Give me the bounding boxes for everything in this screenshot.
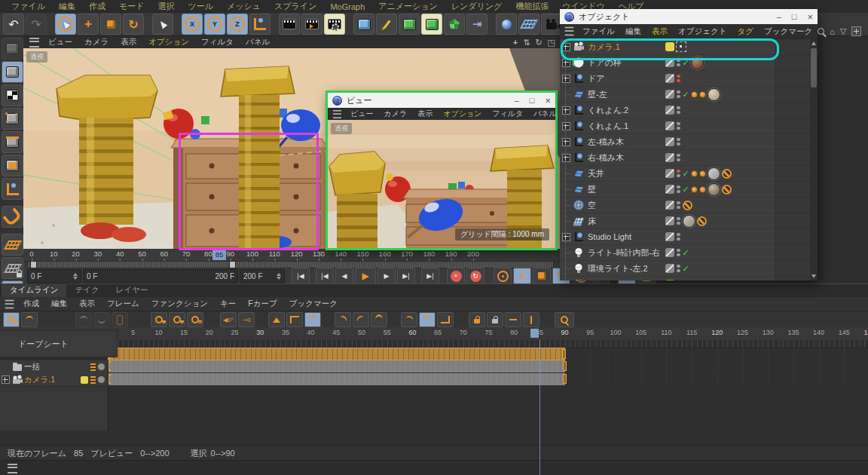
object-label[interactable]: 右-積み木 [588,152,624,164]
tree-expander[interactable] [560,173,572,174]
rotate-view-icon[interactable]: ↻ [535,38,542,48]
keyframe-mark[interactable] [563,361,567,371]
om-menu-item[interactable]: ブックマーク [759,26,818,37]
delete-key-button[interactable]: − [187,312,203,327]
object-row[interactable]: 壁✓ [560,182,810,198]
range-handle-right[interactable] [229,261,236,268]
tree-expander[interactable] [560,268,572,269]
start-frame-field[interactable]: 0 F [27,269,81,283]
visibility-dots[interactable] [677,121,680,130]
range-bar[interactable]: 0 F200 F [83,269,238,283]
playhead-marker[interactable] [530,329,539,338]
render-view-button[interactable] [279,14,300,35]
phong-tag-icon[interactable] [699,91,706,98]
maximize-icon[interactable]: □ [792,12,797,21]
pan-view-icon[interactable]: + [513,38,518,47]
float-menu-item[interactable]: オプション [438,109,487,119]
ripple-edit-button[interactable] [93,312,110,327]
enable-toggle[interactable] [665,169,674,178]
object-row[interactable]: 右-積み木 [560,150,810,166]
lock-value-button[interactable] [487,312,503,327]
visibility-dots[interactable] [677,216,680,225]
camera-button[interactable] [541,14,562,35]
track-bar[interactable] [108,373,565,385]
toggle-view-icon[interactable]: ◳ [548,38,555,48]
object-label[interactable]: 左-積み木 [588,136,624,148]
dopesheet-mode-button[interactable] [3,312,20,327]
tree-expander[interactable] [560,189,572,190]
ease-out-button[interactable] [353,312,369,327]
edges-mode-button[interactable] [2,131,23,153]
phong-tag-icon[interactable] [699,170,706,177]
scroll-up-icon[interactable] [811,41,816,45]
spline-pen-button[interactable] [376,14,397,35]
track-toggle-icon[interactable] [98,363,105,370]
redo-button[interactable]: ↷ [26,14,47,35]
compositing-tag-icon[interactable] [722,169,732,179]
enable-toggle[interactable] [665,248,674,257]
om-menu-item[interactable]: 編集 [620,26,646,37]
object-row[interactable]: 壁-左✓ [560,87,810,103]
rotate-button[interactable]: ↻ [123,14,144,35]
timeline-menu-item[interactable]: 編集 [45,299,73,309]
phong-tag-icon[interactable] [691,91,698,98]
enable-toggle[interactable] [665,153,674,162]
track-toggle-icon[interactable] [98,376,105,383]
visibility-dots[interactable] [677,169,680,178]
object-label[interactable]: ライト-時計内部-右 [588,247,660,259]
keyframe-mark[interactable] [563,374,567,384]
enable-toggle[interactable] [665,121,674,130]
object-label[interactable]: 壁 [588,184,596,195]
viewport-menu-item[interactable]: カメラ [78,37,115,48]
menu-item[interactable]: MoGraph [323,2,371,11]
frame-ruler[interactable]: 0102030405060708090100110120130140150160… [23,249,561,262]
object-label[interactable]: Studio Light [588,232,631,241]
float-menu-item[interactable]: フィルタ [487,109,528,119]
timeline-menu-item[interactable]: Fカーブ [242,299,283,309]
visibility-dots[interactable] [677,90,680,99]
search-icon[interactable] [818,28,824,35]
record-position-button[interactable]: + [513,268,531,284]
visibility-dots[interactable] [677,74,680,83]
menu-item[interactable]: メッシュ [220,1,267,12]
menu-item[interactable]: スプライン [267,1,323,12]
tree-expander[interactable] [560,138,572,146]
float-view-titlebar[interactable]: ビュー – □ × [328,93,555,108]
compositing-tag-icon[interactable] [722,185,732,195]
tree-expander[interactable] [560,221,572,222]
tree-expander[interactable] [560,154,572,162]
tree-expander[interactable] [560,94,572,95]
timeline-menu-item[interactable]: ブックマーク [283,299,344,309]
object-row[interactable]: 天井✓ [560,166,810,182]
compositing-tag-icon[interactable] [697,216,707,226]
prev-frame-button[interactable]: ◀ [335,268,353,284]
subdivision-surface-button[interactable] [399,14,420,35]
phong-tag-icon[interactable] [691,186,698,193]
add-cube-button[interactable] [353,14,374,35]
menu-item[interactable]: モード [112,1,151,12]
lock-key-button[interactable] [523,312,539,327]
scroll-down-icon[interactable] [811,274,816,278]
enable-toggle[interactable] [665,185,674,194]
timeline-tab[interactable]: タイムライン [2,283,66,297]
lock-time-button[interactable] [469,312,485,327]
enable-toggle[interactable] [665,232,674,241]
field-button[interactable]: ⇥ [466,14,487,35]
scale-button[interactable] [100,14,121,35]
viewport-menu-item[interactable]: パネル [240,37,276,48]
render-picture-viewer-button[interactable] [301,14,322,35]
playhead-line[interactable] [539,340,541,475]
viewport-menu-item[interactable]: ビュー [42,37,78,48]
menu-item[interactable]: アニメーション [371,1,445,12]
range-handle-left[interactable] [30,261,37,268]
key-zero-button[interactable]: ⊸0 [238,312,255,327]
key-angle-button[interactable]: ◀0° [220,312,237,327]
menu-item[interactable]: ツール [182,1,221,12]
prev-key-button[interactable]: |◀ [316,268,334,284]
object-label[interactable]: くれよん.1 [588,121,628,132]
om-menu-item[interactable]: ファイル [577,26,620,37]
timeline-menu-item[interactable]: 作成 [17,299,45,309]
linear-interp-button[interactable] [268,312,285,327]
timeline-menu-item[interactable]: 表示 [73,299,101,309]
track-row-カメラ.1[interactable]: カメラ.1 [0,373,108,387]
